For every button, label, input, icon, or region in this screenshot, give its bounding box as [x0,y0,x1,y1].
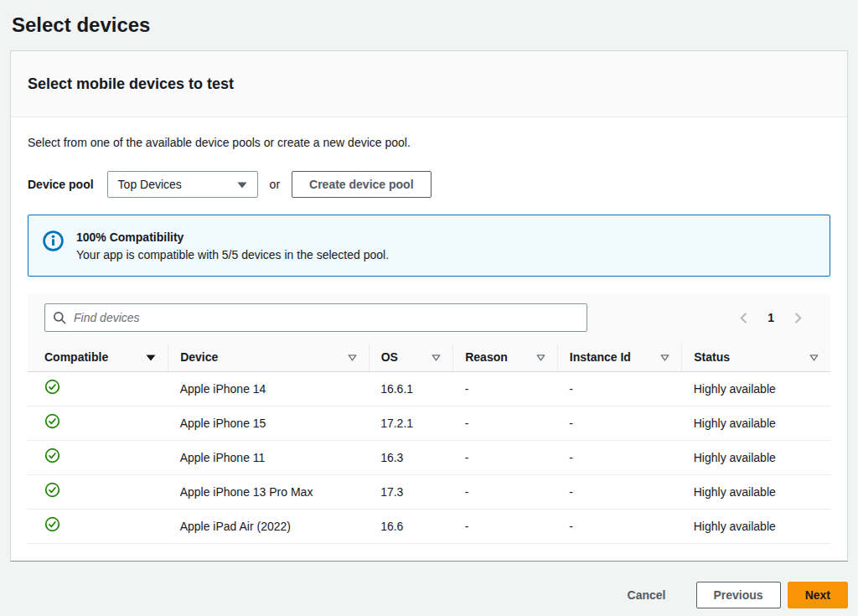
reason-cell: - [453,406,558,440]
panel-body: Select from one of the available device … [11,117,847,561]
info-icon [42,230,65,255]
panel-title: Select mobile devices to test [28,74,830,94]
column-header[interactable]: Status [682,344,830,371]
column-header-label: Status [694,350,730,364]
status-cell: Highly available [682,474,830,509]
status-cell: Highly available [682,406,830,440]
reason-cell: - [453,509,558,543]
pagination: 1 [737,310,814,326]
device-cell: Apple iPad Air (2022) [168,509,370,543]
os-cell: 16.6.1 [369,371,453,406]
search-box [44,303,587,332]
sortable-icon [536,350,545,364]
next-button[interactable]: Next [788,582,848,608]
create-device-pool-button[interactable]: Create device pool [292,171,432,198]
page: Select devices Select mobile devices to … [0,0,858,608]
compatible-check-icon [44,521,60,535]
cancel-button[interactable]: Cancel [621,582,673,608]
or-text: or [270,178,280,191]
column-header[interactable]: Compatible [28,344,168,371]
device-table-row: Apple iPhone 14 16.6.1 - - Highly availa… [28,371,830,406]
column-header-label: Compatible [44,350,108,364]
page-title: Select devices [10,0,848,50]
sortable-icon [809,350,819,364]
column-header[interactable]: Reason [453,344,558,371]
column-header[interactable]: Device [168,344,370,371]
device-cell: Apple iPhone 14 [168,371,370,406]
device-cell: Apple iPhone 13 Pro Max [168,474,370,509]
os-cell: 16.6 [369,509,453,543]
device-pool-label: Device pool [28,178,94,191]
status-cell: Highly available [682,371,830,406]
column-header[interactable]: OS [369,344,453,371]
devices-table-container: 1 Compatible [28,293,830,544]
alert-text: 100% Compatibility Your app is compatibl… [76,228,389,263]
instance-id-cell: - [557,474,681,509]
table-header-row: Compatible Device OS Reason [28,344,830,371]
compatible-check-icon [44,418,60,432]
instance-id-cell: - [557,440,681,474]
compatible-cell [28,440,168,474]
previous-page-button[interactable] [737,310,752,326]
compatible-cell [28,509,168,543]
column-header-label: Instance Id [570,350,631,364]
sortable-icon [432,350,441,364]
panel-header: Select mobile devices to test [11,51,847,117]
device-cell: Apple iPhone 11 [168,440,370,474]
table-toolbar: 1 [28,293,830,344]
alert-title: 100% Compatibility [76,228,389,246]
compatible-cell [28,474,168,509]
sortable-icon [348,350,357,364]
next-page-button[interactable] [789,310,805,326]
device-cell: Apple iPhone 15 [168,406,370,440]
reason-cell: - [453,474,558,509]
alert-message: Your app is compatible with 5/5 devices … [76,246,389,263]
current-page-number[interactable]: 1 [768,311,774,324]
instance-id-cell: - [557,509,681,543]
column-header-label: OS [381,350,398,364]
os-cell: 16.3 [369,440,453,474]
devices-table: Compatible Device OS Reason [28,344,830,544]
compatible-cell [28,406,168,440]
device-table-row: Apple iPhone 15 17.2.1 - - Highly availa… [28,406,830,440]
compatible-check-icon [44,384,60,397]
status-cell: Highly available [682,509,830,543]
reason-cell: - [453,371,558,406]
compatible-cell [28,371,168,406]
reason-cell: - [453,440,558,474]
os-cell: 17.2.1 [369,406,453,440]
device-table-row: Apple iPad Air (2022) 16.6 - - Highly av… [28,509,830,543]
sort-descending-icon [146,350,156,364]
device-pool-select[interactable]: Top Devices [107,171,258,198]
compatible-check-icon [44,453,60,466]
compatible-check-icon [44,487,60,500]
device-pool-row: Device pool Top Devices or Create device… [28,171,830,198]
panel-description: Select from one of the available device … [28,134,830,151]
device-table-row: Apple iPhone 11 16.3 - - Highly availabl… [28,440,830,474]
column-header-label: Reason [465,350,508,364]
column-header[interactable]: Instance Id [557,344,681,371]
device-table-row: Apple iPhone 13 Pro Max 17.3 - - Highly … [28,474,830,509]
instance-id-cell: - [557,406,681,440]
compatibility-alert: 100% Compatibility Your app is compatibl… [28,215,830,277]
select-devices-panel: Select mobile devices to test Select fro… [10,50,848,562]
instance-id-cell: - [557,371,681,406]
status-cell: Highly available [682,440,830,474]
previous-button[interactable]: Previous [696,582,781,608]
chevron-down-icon [237,178,247,191]
column-header-label: Device [180,350,218,364]
os-cell: 17.3 [369,474,453,509]
device-pool-selected-value: Top Devices [118,178,182,191]
wizard-footer: Cancel Previous Next [10,582,848,608]
find-devices-input[interactable] [44,303,587,332]
sortable-icon [660,350,669,364]
